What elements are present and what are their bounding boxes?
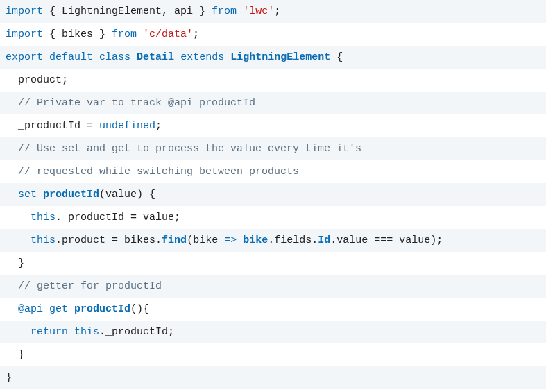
code-token: set [18, 189, 37, 201]
code-token: ( [99, 189, 105, 201]
code-token: . [268, 235, 274, 246]
code-line: // Use set and get to process the value … [0, 137, 546, 160]
code-token: this [31, 235, 56, 246]
code-token [68, 326, 74, 338]
code-token: ); [430, 235, 443, 246]
code-token: // Use set and get to process the value … [18, 143, 361, 155]
code-token: product [18, 74, 62, 86]
code-token: _productId [62, 212, 124, 223]
code-token: bikes [124, 235, 155, 246]
code-token: , [162, 6, 174, 17]
code-token: this [31, 212, 56, 223]
code-token: ; [274, 6, 280, 17]
code-token: . [330, 235, 336, 246]
code-token: value [105, 189, 137, 201]
code-token: find [162, 235, 187, 246]
code-token: } [93, 28, 112, 40]
code-line: import { bikes } from 'c/data'; [0, 23, 546, 46]
code-token: ; [155, 120, 162, 132]
code-block: import { LightningElement, api } from 'l… [0, 0, 546, 389]
code-token: @api [18, 303, 43, 315]
code-token: _productId [105, 326, 168, 338]
code-token: this [74, 326, 99, 338]
code-line: _productId = undefined; [0, 114, 546, 137]
code-token: . [99, 326, 105, 338]
code-token: 'c/data' [143, 28, 193, 40]
code-token [237, 235, 243, 246]
code-token: (){ [130, 303, 149, 315]
code-token: } [193, 6, 212, 17]
code-token: // getter for productId [18, 280, 162, 292]
code-token [68, 303, 74, 315]
code-token: value [336, 235, 368, 246]
code-token: { [43, 6, 62, 17]
code-token: ( [187, 235, 193, 246]
code-token: . [56, 212, 62, 223]
code-token: = [124, 212, 143, 223]
code-token [137, 28, 143, 40]
code-line: set productId(value) { [0, 183, 546, 206]
code-token: Id [318, 235, 330, 246]
code-token: . [56, 235, 62, 246]
code-line: export default class Detail extends Ligh… [0, 46, 546, 69]
code-token [93, 51, 99, 63]
code-token: get [49, 303, 68, 315]
code-token: } [6, 372, 12, 384]
code-token: default [49, 51, 93, 63]
code-token: fields [274, 235, 312, 246]
code-token: LightningElement [62, 6, 162, 17]
code-token: api [174, 6, 193, 17]
code-line: // Private var to track @api productId [0, 92, 546, 114]
code-line: } [0, 366, 546, 389]
code-token: = [80, 120, 99, 132]
code-token: _productId [18, 120, 80, 132]
code-token: ; [193, 28, 199, 40]
code-token: ; [62, 74, 68, 86]
code-token: import [6, 6, 43, 17]
code-line: product; [0, 69, 546, 92]
code-token: ; [174, 212, 180, 223]
code-token: } [18, 349, 24, 361]
code-line: // getter for productId [0, 275, 546, 298]
code-token: { [43, 28, 62, 40]
code-token [224, 51, 230, 63]
code-token: === [368, 235, 399, 246]
code-token: export [6, 51, 43, 63]
code-token [43, 51, 49, 63]
code-token: from [112, 28, 137, 40]
code-token: Detail [137, 51, 174, 63]
code-token [218, 235, 224, 246]
code-token: product [62, 235, 105, 246]
code-line: this._productId = value; [0, 206, 546, 229]
code-token: // Private var to track @api productId [18, 97, 255, 109]
code-token: . [312, 235, 318, 246]
code-token: { [330, 51, 343, 63]
code-token: // requested while switching between pro… [18, 166, 299, 178]
code-line: @api get productId(){ [0, 298, 546, 321]
code-token [43, 303, 49, 315]
code-token: . [155, 235, 162, 246]
code-token: bike [193, 235, 218, 246]
code-token: productId [43, 189, 99, 201]
code-line: } [0, 252, 546, 275]
code-token: ; [168, 326, 174, 338]
code-token [174, 51, 180, 63]
code-token: bikes [62, 28, 93, 40]
code-token: productId [74, 303, 130, 315]
code-token: bike [243, 235, 268, 246]
code-line: this.product = bikes.find(bike => bike.f… [0, 229, 546, 252]
code-token: value [399, 235, 430, 246]
code-token: LightningElement [230, 51, 330, 63]
code-line: import { LightningElement, api } from 'l… [0, 0, 546, 23]
code-token: = [105, 235, 124, 246]
code-token: import [6, 28, 43, 40]
code-token: undefined [99, 120, 155, 132]
code-token: 'lwc' [243, 6, 274, 17]
code-line: } [0, 343, 546, 366]
code-token: class [99, 51, 130, 63]
code-line: // requested while switching between pro… [0, 160, 546, 183]
code-token [237, 6, 243, 17]
code-token: extends [180, 51, 224, 63]
code-token: from [212, 6, 237, 17]
code-token: => [224, 235, 237, 246]
